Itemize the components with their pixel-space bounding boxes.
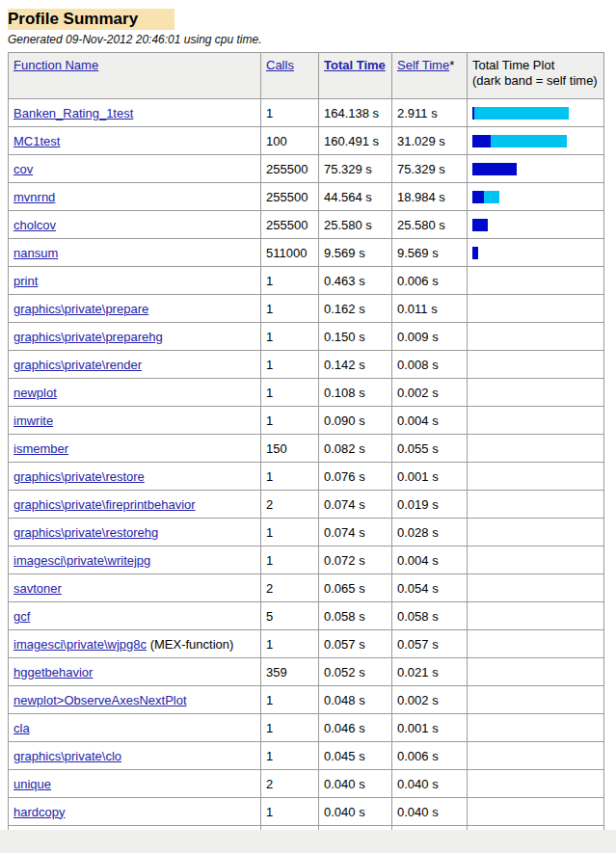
calls-cell: 2: [261, 574, 319, 602]
total-time-bar: [472, 526, 599, 539]
self-time-cell: 0.004 s: [392, 407, 468, 435]
sort-by-self-time-link[interactable]: Self Time: [397, 58, 449, 72]
self-time-cell: 0.019 s: [392, 491, 468, 519]
function-link[interactable]: nansum: [13, 246, 58, 260]
function-link[interactable]: imagesci\private\writejpg: [13, 553, 150, 568]
self-time-cell: 0.054 s: [392, 574, 468, 602]
sort-by-function-name-link[interactable]: Function Name: [13, 58, 98, 72]
calls-cell: 100: [261, 127, 319, 155]
function-link[interactable]: graphics\private\fireprintbehavior: [13, 497, 196, 512]
calls-cell: 1: [261, 630, 319, 658]
total-time-bar: [472, 219, 599, 231]
plot-cell: [468, 127, 604, 155]
total-time-cell: 0.046 s: [319, 714, 392, 742]
table-header-row: Function Name Calls Total Time Self Time…: [9, 53, 604, 99]
function-link[interactable]: savtoner: [13, 581, 62, 596]
table-row: hardcopy 1 0.040 s 0.040 s: [9, 798, 604, 826]
function-link[interactable]: print: [13, 274, 38, 288]
self-time-band: [472, 135, 491, 147]
function-link[interactable]: graphics\private\preparehg: [13, 330, 163, 344]
function-link[interactable]: hggetbehavior: [13, 665, 93, 680]
plot-cell: [468, 267, 604, 295]
total-time-bar: [472, 359, 599, 371]
self-time-cell: 0.006 s: [392, 742, 468, 770]
plot-cell: [468, 686, 604, 714]
self-time-cell: 0.011 s: [392, 295, 468, 323]
function-suffix: (MEX-function): [147, 637, 233, 652]
total-time-bar: [472, 582, 599, 595]
function-link[interactable]: gcf: [13, 609, 30, 624]
remaining-time-band: [474, 107, 569, 120]
function-name-cell: cla: [9, 714, 261, 742]
column-header-function-name: Function Name: [9, 53, 261, 99]
table-row: cov 255500 75.329 s 75.329 s: [9, 155, 604, 183]
total-time-bar: [472, 163, 599, 175]
function-link[interactable]: Banken_Rating_1test: [13, 106, 133, 120]
plot-cell: [468, 295, 604, 323]
self-time-cell: 31.029 s: [392, 127, 468, 155]
function-link[interactable]: graphics\private\restorehg: [13, 525, 158, 540]
total-time-cell: 75.329 s: [319, 155, 392, 183]
function-link[interactable]: ismember: [13, 441, 68, 456]
total-time-bar: [472, 442, 599, 455]
self-time-cell: 75.329 s: [392, 155, 468, 183]
function-link[interactable]: cov: [13, 162, 33, 176]
table-row: Banken_Rating_1test 1 164.138 s 2.911 s: [9, 99, 604, 127]
sort-by-total-time-link[interactable]: Total Time: [324, 58, 386, 72]
column-header-self-time: Self Time*: [392, 53, 468, 99]
total-time-cell: 0.142 s: [319, 351, 392, 379]
total-time-cell: 160.491 s: [319, 127, 392, 155]
sort-by-calls-link[interactable]: Calls: [266, 58, 294, 72]
calls-cell: 1: [261, 323, 319, 351]
function-name-cell: newplot>ObserveAxesNextPlot: [9, 686, 261, 714]
function-link[interactable]: cla: [13, 721, 30, 735]
remaining-time-band: [484, 191, 499, 203]
page-title-highlight: Profile Summary: [8, 9, 174, 30]
function-link[interactable]: graphics\private\restore: [13, 469, 145, 484]
total-time-cell: 25.580 s: [319, 211, 392, 239]
function-link[interactable]: unique: [13, 777, 51, 791]
remaining-time-band: [491, 135, 567, 147]
total-time-bar: [472, 414, 599, 427]
function-link[interactable]: MC1test: [13, 134, 60, 148]
function-name-cell: MC1test: [9, 127, 261, 155]
total-time-cell: 0.076 s: [319, 463, 392, 491]
function-name-cell: graphics\private\restorehg: [9, 519, 261, 546]
self-time-cell: 0.040 s: [392, 770, 468, 798]
function-name-cell: graphics\private\preparehg: [9, 323, 261, 351]
table-row: gcf 5 0.058 s 0.058 s: [9, 602, 604, 630]
total-time-bar: [472, 387, 599, 399]
plot-cell: [468, 798, 604, 826]
function-link[interactable]: newplot: [13, 386, 57, 400]
total-time-bar: [472, 331, 599, 343]
calls-cell: 5: [261, 602, 319, 630]
function-name-cell: mvnrnd: [9, 183, 261, 211]
function-link[interactable]: hardcopy: [13, 805, 65, 819]
function-name-cell: cholcov: [9, 211, 261, 239]
function-link[interactable]: imwrite: [13, 413, 53, 428]
total-time-bar: [472, 107, 599, 120]
function-link[interactable]: newplot>ObserveAxesNextPlot: [13, 693, 187, 707]
function-link[interactable]: imagesci\private\wjpg8c: [13, 637, 147, 652]
total-time-cell: 0.040 s: [319, 770, 392, 798]
table-row: print 1 0.463 s 0.006 s: [9, 267, 604, 295]
plot-cell: [468, 183, 604, 211]
function-name-cell: newplot: [9, 379, 261, 407]
function-name-cell: gcf: [9, 602, 261, 630]
function-name-cell: graphics\private\restore: [9, 463, 261, 491]
function-link[interactable]: cholcov: [13, 218, 56, 232]
total-time-bar: [472, 554, 599, 567]
table-row: graphics\private\restore 1 0.076 s 0.001…: [9, 463, 604, 491]
total-time-bar: [472, 135, 599, 147]
function-link[interactable]: graphics\private\clo: [13, 749, 121, 763]
self-time-cell: 0.002 s: [392, 686, 468, 714]
function-link[interactable]: graphics\private\render: [13, 358, 142, 372]
function-link[interactable]: mvnrnd: [13, 190, 55, 204]
total-time-bar: [472, 498, 599, 511]
function-link[interactable]: graphics\private\prepare: [13, 302, 148, 316]
calls-cell: 1: [261, 714, 319, 742]
table-row: cla 1 0.046 s 0.001 s: [9, 714, 604, 742]
self-time-cell: 0.008 s: [392, 351, 468, 379]
function-name-cell: ismember: [9, 435, 261, 463]
self-time-cell: 0.058 s: [392, 602, 468, 630]
